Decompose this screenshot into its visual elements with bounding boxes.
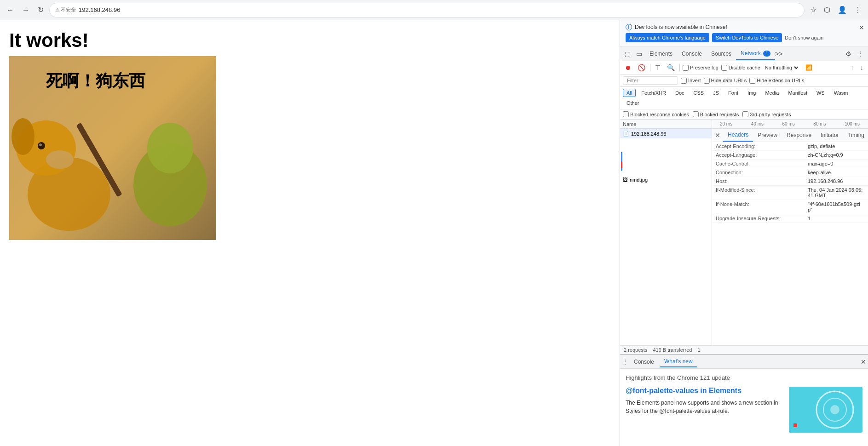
tick-60ms: 60 ms: [782, 121, 795, 126]
tab-timing[interactable]: Timing: [843, 129, 868, 141]
bottom-close-button[interactable]: ✕: [861, 358, 866, 366]
feature-image: [789, 387, 862, 433]
disable-cache-label[interactable]: Disable cache: [721, 65, 760, 71]
settings-icon[interactable]: ⚙: [843, 48, 854, 59]
preserve-log-checkbox[interactable]: [683, 65, 689, 71]
tab-response[interactable]: Response: [782, 129, 816, 141]
preserve-log-label[interactable]: Preserve log: [683, 65, 719, 71]
type-filter-doc[interactable]: Doc: [672, 89, 688, 97]
dont-show-again-button[interactable]: Don't show again: [785, 35, 823, 40]
browser-menu-button[interactable]: ⋮: [851, 4, 864, 16]
header-value: keep-alive: [808, 170, 864, 175]
tab-more-button[interactable]: >>: [775, 50, 782, 57]
page-content: It works! 死啊！狗东西: [0, 20, 620, 446]
detail-tabs: ✕ Headers Preview Response Initiator Tim…: [712, 129, 868, 142]
search-button[interactable]: 🔍: [665, 63, 677, 72]
devtools-menu-icon[interactable]: ⋮: [854, 48, 866, 59]
request-icon-nmd: 🖼: [623, 177, 628, 183]
type-filter-ws[interactable]: WS: [813, 89, 828, 97]
upload-icon[interactable]: ↑: [849, 63, 856, 72]
type-filter-css[interactable]: CSS: [690, 89, 708, 97]
throttle-select[interactable]: No throttling: [763, 64, 800, 71]
back-button[interactable]: ←: [4, 4, 17, 16]
type-filter-all[interactable]: All: [623, 89, 636, 97]
third-party-checkbox[interactable]: [742, 111, 748, 117]
request-item-192[interactable]: 📄 192.168.248.96: [620, 129, 712, 138]
hide-data-urls-label[interactable]: Hide data URLs: [704, 78, 747, 84]
feature-row: @font-palette-values in Elements The Ele…: [626, 387, 862, 433]
type-filter-js[interactable]: JS: [709, 89, 723, 97]
refresh-button[interactable]: ↻: [35, 4, 46, 16]
tab-elements[interactable]: Elements: [645, 48, 677, 60]
dog-image: 死啊！狗东西: [9, 56, 216, 240]
tab-console[interactable]: Console: [677, 48, 707, 60]
hide-ext-urls-checkbox[interactable]: [749, 78, 755, 84]
type-filter-other[interactable]: Other: [623, 99, 643, 107]
request-name-192: 192.168.248.96: [631, 131, 666, 137]
clear-button[interactable]: 🚫: [636, 63, 647, 72]
detail-panel: ✕ Headers Preview Response Initiator Tim…: [712, 129, 868, 345]
header-name: If-None-Match:: [716, 201, 808, 212]
type-filter-wasm[interactable]: Wasm: [830, 89, 852, 97]
blocked-requests-checkbox[interactable]: [693, 111, 699, 117]
profile-button[interactable]: 👤: [835, 4, 850, 16]
blocked-response-cookies-checkbox[interactable]: [623, 111, 629, 117]
star-button[interactable]: ☆: [807, 4, 819, 16]
header-value: zh-CN,zh;q=0.9: [808, 152, 864, 158]
filter-input[interactable]: [623, 76, 678, 85]
bottom-menu-button[interactable]: ⋮: [622, 358, 628, 366]
header-row: If-Modified-Since:Thu, 04 Jan 2024 03:05…: [712, 186, 868, 200]
request-item-nmd[interactable]: 🖼 nmd.jpg: [620, 175, 712, 184]
hide-data-urls-checkbox[interactable]: [704, 78, 710, 84]
header-value: gzip, deflate: [808, 143, 864, 149]
type-filter-manifest[interactable]: Manifest: [784, 89, 811, 97]
forward-button[interactable]: →: [19, 4, 32, 16]
blocked-requests-label[interactable]: Blocked requests: [693, 111, 739, 117]
record-button[interactable]: ⏺: [623, 63, 633, 72]
tab-headers[interactable]: Headers: [723, 129, 753, 142]
tab-network[interactable]: Network 1: [736, 47, 775, 60]
type-filter-font[interactable]: Font: [724, 89, 742, 97]
tab-sources[interactable]: Sources: [707, 48, 736, 60]
tab-console-bottom[interactable]: Console: [629, 357, 659, 367]
tab-preview[interactable]: Preview: [753, 129, 782, 141]
blocked-response-cookies-label[interactable]: Blocked response cookies: [623, 111, 689, 117]
third-party-label[interactable]: 3rd-party requests: [742, 111, 791, 117]
network-toolbar: ⏺ 🚫 ⊤ 🔍 Preserve log Disable cache No th…: [620, 61, 868, 74]
page-title: It works!: [9, 29, 610, 51]
type-filter-img[interactable]: Img: [744, 89, 759, 97]
tab-whats-new[interactable]: What's new: [660, 356, 697, 367]
tab-initiator[interactable]: Initiator: [816, 129, 843, 141]
header-row: If-None-Match:"4f-60e1601b5a509-gzip": [712, 200, 868, 214]
request-list-container: 📄 192.168.248.96 🖼 nmd.jpg: [620, 129, 712, 345]
extension-button[interactable]: ⬡: [821, 4, 833, 16]
invert-checkbox[interactable]: [681, 78, 687, 84]
tab-device-icon[interactable]: ▭: [633, 48, 645, 59]
header-name: Cache-Control:: [716, 161, 808, 166]
address-bar[interactable]: ⚠ 不安全 192.168.248.96: [49, 3, 805, 17]
notification-close-button[interactable]: ✕: [859, 24, 864, 31]
detail-close-button[interactable]: ✕: [712, 130, 723, 141]
disable-cache-checkbox[interactable]: [721, 65, 727, 71]
bottom-content: Highlights from the Chrome 121 update @f…: [620, 369, 868, 446]
switch-devtools-button[interactable]: Switch DevTools to Chinese: [712, 33, 782, 42]
network-panel: 📄 192.168.248.96 🖼 nmd.jpg ✕ H: [620, 129, 868, 345]
type-filter-fetch/xhr[interactable]: Fetch/XHR: [638, 89, 670, 97]
main-area: It works! 死啊！狗东西: [0, 20, 868, 446]
header-value: 1: [808, 216, 864, 221]
always-match-button[interactable]: Always match Chrome's language: [626, 33, 709, 42]
header-name: Accept-Language:: [716, 152, 808, 158]
tick-100ms: 100 ms: [845, 121, 860, 126]
hide-ext-urls-label[interactable]: Hide extension URLs: [749, 78, 804, 84]
filter-button[interactable]: ⊤: [653, 63, 662, 72]
header-name: Host:: [716, 178, 808, 184]
devtools-tabs: ⬚ ▭ Elements Console Sources Network 1 >…: [620, 46, 868, 61]
feature-text: @font-palette-values in Elements The Ele…: [626, 387, 783, 415]
header-name: Accept-Encoding:: [716, 143, 808, 149]
download-icon[interactable]: ↓: [858, 63, 865, 72]
status-extra: 1: [697, 347, 700, 353]
type-filter-media[interactable]: Media: [761, 89, 782, 97]
tick-40ms: 40 ms: [751, 121, 764, 126]
invert-label[interactable]: Invert: [681, 78, 701, 84]
tab-inspect-icon[interactable]: ⬚: [622, 48, 633, 59]
